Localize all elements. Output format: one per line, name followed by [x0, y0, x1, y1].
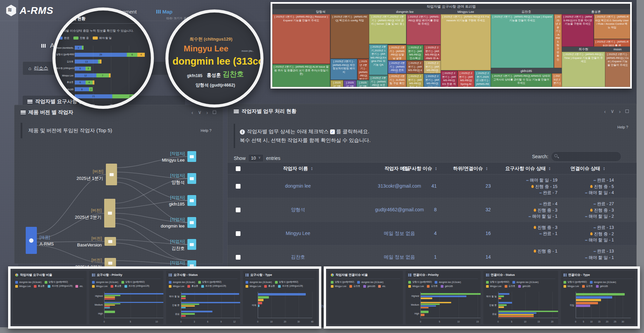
legend-item[interactable]: 홍성훈	[111, 285, 121, 288]
legend-item[interactable]: dongmin lee (313cokr)	[15, 281, 42, 284]
treemap-cell[interactable]: [ 2025년 2분기 ] - A-RMS 팀 구성 확인	[554, 14, 562, 68]
sort-icon[interactable]: ▲▼	[485, 167, 488, 171]
treemap-cell[interactable]: [ 2025년 2분기 ] - [ARMS-REQ] 랜딩 페이지를 완성 해 …	[407, 14, 441, 45]
legend-item[interactable]: dongmin lee (313cokr)	[512, 281, 539, 284]
network-node-worker[interactable]	[187, 239, 196, 250]
worker-name-cell[interactable]: 김찬호	[261, 254, 335, 260]
legend-item[interactable]: 진행 중	[73, 36, 89, 40]
treemap-cell[interactable]: [ 2025년 2분기,2025년 1분기 ] - [ARMS-REQ] Eng…	[369, 44, 388, 75]
table-row[interactable]: Mingyu Lee메일 정보 없음416진행 중 - 3•••완료 - 1••…	[228, 222, 637, 245]
table-row[interactable]: 양형석gudtjr4662@gmail.com832•••완료 - 4진행 중 …	[228, 198, 637, 222]
wordcloud-word[interactable]: 최수헌 (chltngus129)	[189, 36, 232, 42]
legend-item[interactable]: 완료	[58, 36, 69, 40]
treemap-cell[interactable]: [ 2025년 2분기 ] - [ARMS-REQ] ( Scope ) Exp…	[491, 14, 554, 68]
treemap-cell[interactable]: [ 2025년 2분기 ] - [ARMS-REQ] 개인정보처리방침 페이지	[330, 59, 357, 80]
legend-item[interactable]: Mingyu Lee	[486, 285, 502, 288]
legend-item[interactable]: gkfn185	[363, 285, 375, 288]
column-header[interactable]: 작업자 이름▲▼	[261, 166, 335, 172]
legend-item[interactable]: dongmin lee (313cokr)	[246, 281, 272, 284]
treemap-cell[interactable]: [ 2025년 2분기 ] - [ARMS-REQ] ALM Issue 컬럼 …	[272, 64, 330, 87]
page-size-select[interactable]: 10∨	[248, 154, 263, 162]
legend-item[interactable]: dongmin lee (313cokr)	[590, 281, 616, 284]
treemap-cell[interactable]: [ 2025년 2분기 ] - [ARMS-REQ] 컨트리뷰톤 2025 Op…	[388, 61, 406, 73]
wordcloud-word[interactable]: Mingyu Lee	[184, 44, 228, 53]
app-logo[interactable]: A-RMS	[5, 5, 53, 16]
network-node-worker[interactable]	[187, 217, 196, 228]
prev-button[interactable]: ‹	[604, 109, 606, 114]
legend-item[interactable]: Mingyu Lee	[564, 285, 579, 288]
legend-item[interactable]: etc.	[378, 285, 386, 288]
column-header[interactable]: 연결이슈 상태▲▼	[551, 166, 625, 172]
legend-item[interactable]: 김찬호	[427, 285, 438, 288]
legend-item[interactable]: Mingyu Lee	[246, 285, 261, 288]
nav-item-map[interactable]: Map	[156, 9, 172, 15]
treemap-cell[interactable]: [ 2025년 2분기 ] - [ARMS-REQ] dmove 2차	[407, 61, 423, 73]
legend-item[interactable]: 양형석 (gudtjr4662)	[408, 281, 432, 284]
legend-item[interactable]: dongmin lee (313cokr)	[92, 281, 118, 284]
legend-item[interactable]: 최수현 (chltngus129)	[124, 285, 150, 288]
treemap-cell[interactable]: [ 2025년 2분기 ] - [ARMS-REQ] ES 전용 게시판 기능을…	[562, 14, 594, 47]
row-checkbox[interactable]	[236, 231, 240, 236]
legend-item[interactable]: 홍성훈	[34, 285, 45, 288]
wordcloud-word[interactable]: gkfn185	[187, 73, 202, 78]
network-node-worker[interactable]	[187, 195, 196, 206]
select-all-checkbox[interactable]	[236, 166, 240, 171]
search-box[interactable]	[551, 151, 621, 162]
sort-icon[interactable]: ▲▼	[603, 167, 605, 171]
treemap-cell[interactable]: [ 2025년 2분기 ] - [ARMS-REQ] 백오피스 config 작…	[330, 14, 369, 58]
treemap-cell[interactable]: [ 2025년 2분기 ] - [ARMS-REQ] ( Cost ) Expa…	[605, 52, 630, 87]
treemap-cell[interactable]: [ 2025년 2분기 ] - [ARMS-REQ] 데이	[356, 80, 369, 87]
legend-item[interactable]: 홍성훈	[187, 285, 198, 288]
treemap-cell[interactable]: [ 2025년 2분기 ] - [ARMS-REQ] 백오피스 System 작	[358, 59, 369, 80]
wordcloud-word[interactable]: 홍성훈	[207, 72, 221, 78]
network-node-version[interactable]	[106, 164, 117, 185]
legend-item[interactable]: 최수현 (chltngus129)	[278, 285, 303, 288]
treemap-cell[interactable]: [ 2025년 2분기 ] - [ARMS-REQ] 개발 문서 작성	[344, 80, 356, 87]
treemap-cell[interactable]: [ 2025년 2분기 ] - [ARMS-REQ] 세근님이 갖 프로젝트뷰	[424, 74, 441, 87]
legend-item[interactable]: Mingyu Lee	[15, 285, 31, 288]
treemap-cell[interactable]: [ 2025년 2분기,2025년 1분기 ] - [ARMS-REQ] 서버 …	[369, 14, 406, 44]
treemap-cell[interactable]: [ 2025년 2분기 ] - A-RMS 팀 구성 확인	[388, 74, 406, 87]
treemap-cell[interactable]: [ 2025년 1분기 ] - [ARMS-REQ] ( Resource ) …	[272, 14, 330, 64]
network-node-worker[interactable]	[187, 151, 196, 162]
collapse-button[interactable]: ∨	[611, 108, 614, 114]
legend-item[interactable]: 양형석 (gudtjr4662)	[564, 281, 587, 284]
legend-item[interactable]: 양형석 (gudtjr4662)	[121, 281, 145, 284]
next-button[interactable]: ›	[619, 109, 621, 114]
legend-item[interactable]: dongmin lee (313cokr)	[357, 281, 384, 284]
wordcloud-word[interactable]: 양형석 (gudtjr4662)	[196, 82, 235, 88]
legend-item[interactable]: dongmin lee (313cokr)	[169, 281, 195, 284]
legend-item[interactable]: 양형석 (gudtjr4662)	[331, 281, 354, 284]
legend-item[interactable]: 양형석 (gudtjr4662)	[275, 281, 298, 284]
treemap-cell[interactable]: [ 2025년 2분기 ] - 백오피스 Security	[330, 80, 343, 87]
treemap-cell[interactable]: [ 2025년 2분기 ] - [ARMS-REQ] A-RMS 와 A-DOC…	[424, 45, 441, 60]
legend-item[interactable]: 최수현 (chltngus129)	[48, 285, 73, 288]
treemap-cell[interactable]: [ 2025년 1분기 ] - [ARMS-REQ] ES Framework …	[441, 14, 491, 70]
network-node-worker[interactable]	[187, 173, 196, 184]
fullscreen-button[interactable]	[625, 110, 629, 113]
row-checkbox[interactable]	[236, 184, 240, 189]
legend-item[interactable]: 김찬호	[582, 285, 593, 288]
network-node-product[interactable]	[26, 227, 37, 254]
wordcloud-word[interactable]: 김찬호	[223, 69, 244, 79]
worker-name-cell[interactable]: 양형석	[261, 207, 335, 213]
legend-item[interactable]: 양형석 (gudtjr4662)	[198, 281, 222, 284]
row-checkbox[interactable]	[236, 255, 240, 260]
legend-item[interactable]: Mingyu Lee	[92, 285, 108, 288]
legend-item[interactable]: Mingyu Lee	[408, 285, 424, 288]
treemap-cell[interactable]: [ 2025년 2분기 ] - [ARMS-REQ] 백오피스 Security…	[594, 14, 630, 39]
legend-item[interactable]: 해야 할 일	[93, 36, 111, 40]
legend-item[interactable]: Mingyu Lee	[331, 285, 346, 288]
treemap-cell[interactable]: [ 2025년 2분기 ] - [ARMS-REQ] 상열님 설명	[388, 45, 406, 60]
legend-item[interactable]: gkfn185	[596, 285, 608, 288]
legend-item[interactable]: dongmin lee (313cokr)	[435, 281, 461, 284]
worker-name-cell[interactable]: dongmin lee	[261, 183, 335, 189]
network-node-version[interactable]	[105, 237, 116, 246]
treemap-cell[interactable]: [ 2025년 2분기 ] -	[552, 73, 562, 87]
legend-item[interactable]: 양형석 (gudtjr4662)	[45, 281, 68, 284]
treemap-cell[interactable]: [ 2025년 2분기 ] - [ARMS-REQ] 브로셔 작성	[369, 75, 388, 87]
treemap-cell[interactable]: [ 2025년 2분기 ] - [ARMS-REQ] SEO 를 랜	[594, 39, 630, 47]
table-row[interactable]: dongmin lee313cokr@gmail.com4123•••해야 할 …	[228, 174, 637, 198]
wordcloud-word[interactable]: dongmin lee (313cokr)	[172, 56, 263, 67]
treemap-cell[interactable]: [ 2025년 2분기 ] - [ARMS-REQ] Spring AI 적용	[458, 71, 474, 87]
